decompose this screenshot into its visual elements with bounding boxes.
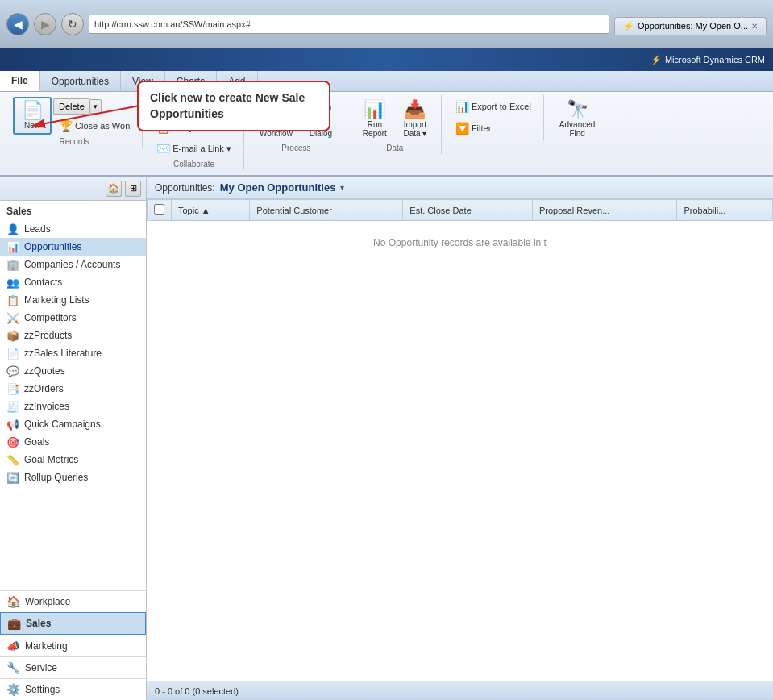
sidebar-item-rollup-queries[interactable]: 🔄 Rollup Queries: [0, 469, 146, 486]
menu-tab-view[interactable]: View: [121, 71, 165, 91]
delete-dropdown-arrow[interactable]: ▾: [89, 99, 102, 114]
ribbon-group-process: ⚙️ RunWorkflow 💬 StartDialog Process: [246, 95, 347, 154]
close-as-won-button[interactable]: 🏆 Close as Won: [53, 116, 135, 135]
menu-tab-file[interactable]: File: [0, 71, 40, 91]
rollup-queries-label: Rollup Queries: [24, 472, 88, 483]
back-button[interactable]: ◀: [6, 13, 29, 35]
refresh-button[interactable]: ↻: [61, 13, 84, 35]
select-all-header[interactable]: [148, 200, 172, 221]
ribbon-export-buttons: 📊 Export to Excel 🔽 Filter: [450, 97, 537, 138]
share-button[interactable]: 🔗 Share: [151, 97, 237, 116]
settings-icon: ⚙️: [6, 683, 20, 696]
zzorders-label: zzOrders: [24, 383, 64, 394]
probability-column-header[interactable]: Probabili...: [677, 200, 773, 221]
zzsales-lit-label: zzSales Literature: [24, 348, 102, 359]
crm-topbar: ⚡ Microsoft Dynamics CRM: [0, 48, 773, 71]
select-all-checkbox[interactable]: [154, 204, 164, 215]
forward-button[interactable]: ▶: [34, 13, 56, 35]
marketing-icon: 📣: [6, 640, 20, 652]
sidebar-item-zzsales-literature[interactable]: 📄 zzSales Literature: [0, 344, 146, 362]
filter-button[interactable]: 🔽 Filter: [450, 119, 497, 138]
close-as-won-label: Close as Won: [75, 121, 130, 131]
ribbon-data-buttons: 📊 RunReport 📥 ImportData ▾: [355, 97, 434, 142]
sidebar-item-zzquotes[interactable]: 💬 zzQuotes: [0, 362, 146, 380]
new-button[interactable]: 📄 New: [13, 97, 52, 135]
sidebar-section-title: Sales: [0, 201, 146, 220]
empty-table-message: No Opportunity records are available in …: [148, 221, 773, 265]
delete-label[interactable]: Delete: [53, 98, 89, 115]
filter-label: Filter: [472, 123, 491, 133]
marketing-lists-label: Marketing Lists: [24, 294, 89, 306]
companies-label: Companies / Accounts: [24, 259, 120, 270]
ribbon-group-export: 📊 Export to Excel 🔽 Filter: [443, 95, 544, 140]
crm-app: ⚡ Microsoft Dynamics CRM File Opportunit…: [0, 48, 773, 700]
sidebar-item-quick-campaigns[interactable]: 📢 Quick Campaigns: [0, 415, 146, 433]
sidebar-item-marketing-lists[interactable]: 📋 Marketing Lists: [0, 291, 146, 309]
ribbon-group-collaborate: 🔗 Share 📋 Copy a Link ▾ ✉️ E-mail a Link…: [144, 95, 244, 170]
records-group-label: Records: [60, 137, 89, 146]
sidebar-bottom-sales[interactable]: 💼 Sales: [0, 612, 146, 635]
sidebar-bottom-nav: 🏠 Workplace 💼 Sales 📣 Marketing 🔧 Servic…: [0, 590, 146, 700]
service-label: Service: [25, 662, 57, 673]
export-excel-button[interactable]: 📊 Export to Excel: [450, 97, 537, 116]
sidebar-item-zzinvoices[interactable]: 🧾 zzInvoices: [0, 398, 146, 415]
proposal-revenue-column-header[interactable]: Proposal Reven...: [532, 200, 677, 221]
tab-label: Opportunities: My Open O...: [638, 21, 748, 31]
marketing-label: Marketing: [25, 640, 68, 652]
sidebar-item-goal-metrics[interactable]: 📏 Goal Metrics: [0, 451, 146, 469]
run-report-label: RunReport: [363, 120, 387, 138]
run-report-button[interactable]: 📊 RunReport: [355, 97, 394, 142]
zzquotes-label: zzQuotes: [24, 365, 65, 377]
opportunities-table: Topic ▲ Potential Customer Est. Close Da…: [147, 199, 773, 265]
import-data-button[interactable]: 📥 ImportData ▾: [396, 97, 434, 142]
topic-column-header[interactable]: Topic ▲: [172, 200, 250, 221]
sidebar-home-button[interactable]: 🏠: [106, 181, 122, 197]
potential-customer-column-header[interactable]: Potential Customer: [250, 200, 403, 221]
companies-icon: 🏢: [6, 258, 19, 271]
email-link-label: E-mail a Link ▾: [172, 144, 231, 154]
est-close-date-column-header[interactable]: Est. Close Date: [403, 200, 533, 221]
sidebar-item-leads[interactable]: 👤 Leads: [0, 220, 146, 238]
sales-nav-icon: 💼: [7, 617, 21, 630]
run-workflow-button[interactable]: ⚙️ RunWorkflow: [252, 97, 300, 142]
sidebar-bottom-service[interactable]: 🔧 Service: [0, 656, 146, 678]
address-bar[interactable]: [89, 15, 609, 34]
sidebar-expand-button[interactable]: ⊞: [125, 181, 141, 197]
sidebar-item-competitors[interactable]: ⚔️ Competitors: [0, 309, 146, 327]
start-dialog-button[interactable]: 💬 StartDialog: [301, 97, 340, 142]
sidebar-item-contacts[interactable]: 👥 Contacts: [0, 273, 146, 291]
rollup-queries-icon: 🔄: [6, 471, 19, 484]
view-dropdown-button[interactable]: ▾: [340, 183, 344, 192]
advanced-find-button[interactable]: 🔭 AdvancedFind: [552, 97, 602, 142]
sidebar-item-goals[interactable]: 🎯 Goals: [0, 433, 146, 451]
sidebar-item-opportunities[interactable]: 📊 Opportunities: [0, 238, 146, 256]
browser-tab[interactable]: ⚡ Opportunities: My Open O... ✕: [614, 17, 767, 35]
goal-metrics-label: Goal Metrics: [24, 454, 78, 465]
ribbon-records-buttons: 📄 New Delete ▾ 🏆 Close as Won: [13, 97, 135, 135]
copy-link-button[interactable]: 📋 Copy a Link ▾: [151, 118, 237, 137]
delete-button[interactable]: Delete ▾: [53, 98, 135, 115]
sidebar-item-companies-accounts[interactable]: 🏢 Companies / Accounts: [0, 256, 146, 273]
contacts-label: Contacts: [24, 277, 62, 288]
menu-tab-charts[interactable]: Charts: [165, 71, 217, 91]
competitors-icon: ⚔️: [6, 311, 19, 324]
settings-label: Settings: [25, 684, 60, 695]
sidebar-bottom-workplace[interactable]: 🏠 Workplace: [0, 590, 146, 612]
sidebar-bottom-settings[interactable]: ⚙️ Settings: [0, 678, 146, 700]
email-link-button[interactable]: ✉️ E-mail a Link ▾: [151, 139, 237, 158]
workplace-icon: 🏠: [6, 595, 20, 608]
sidebar-bottom-marketing[interactable]: 📣 Marketing: [0, 635, 146, 656]
no-records-message: No Opportunity records are available in …: [148, 221, 773, 265]
menu-tab-add[interactable]: Add: [217, 71, 257, 91]
opportunities-label: Opportunities: [24, 241, 81, 252]
goals-icon: 🎯: [6, 435, 19, 448]
zzproducts-label: zzProducts: [24, 330, 72, 341]
zzsales-lit-icon: 📄: [6, 347, 19, 360]
filter-icon: 🔽: [455, 122, 469, 135]
tab-close-button[interactable]: ✕: [751, 22, 758, 31]
sidebar-item-zzproducts[interactable]: 📦 zzProducts: [0, 327, 146, 344]
menu-tab-opportunities[interactable]: Opportunities: [40, 71, 121, 91]
ribbon-group-data: 📊 RunReport 📥 ImportData ▾ Data: [349, 95, 442, 154]
sidebar-item-zzorders[interactable]: 📑 zzOrders: [0, 380, 146, 398]
import-data-icon: 📥: [404, 101, 426, 119]
